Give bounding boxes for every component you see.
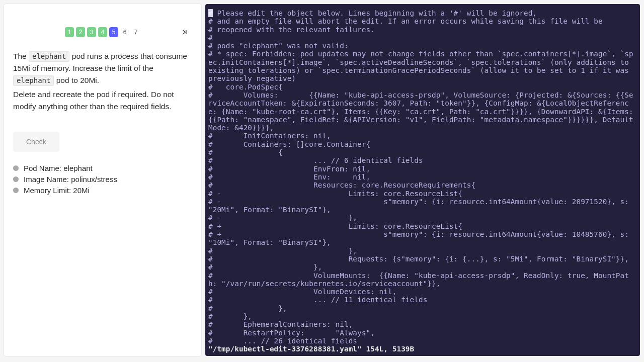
terminal-line: # }, (208, 247, 637, 255)
criteria-list: Pod Name: elephant Image Name: polinux/s… (13, 164, 192, 195)
status-dot-icon (13, 165, 19, 171)
question-panel: 1 2 3 4 5 6 7 The elephant pod runs a pr… (4, 4, 201, 356)
terminal-line: # ... // 11 identical fields (208, 296, 637, 304)
terminal[interactable]: # Please edit the object below. Lines be… (205, 4, 640, 356)
page-6[interactable]: 6 (120, 27, 129, 37)
terminal-line: # - Limits: core.ResourceList{ (208, 190, 637, 198)
page-5[interactable]: 5 (109, 27, 118, 37)
page-3[interactable]: 3 (87, 27, 96, 37)
terminal-line: # ... // 6 identical fields (208, 156, 637, 164)
terminal-line: # EphemeralContainers: nil, (208, 320, 637, 328)
page-4[interactable]: 4 (98, 27, 107, 37)
skip-end-icon[interactable] (179, 27, 190, 38)
criteria-label: Image Name: polinux/stress (24, 175, 117, 184)
terminal-line: # { (208, 148, 637, 156)
page-1[interactable]: 1 (65, 27, 74, 37)
terminal-line: # ... // 26 identical fields (208, 337, 637, 345)
text: The (13, 52, 29, 60)
terminal-line: # Volumes: {{Name: "kube-api-access-prsd… (208, 91, 637, 132)
terminal-content: # Please edit the object below. Lines be… (208, 9, 637, 353)
terminal-line: # * spec: Forbidden: pod updates may not… (208, 50, 637, 82)
terminal-line: # and an empty file will abort the edit.… (208, 17, 637, 25)
check-button[interactable]: Check (13, 132, 59, 152)
terminal-line: # - s"memory": {i: resource.int64Amount{… (208, 198, 637, 214)
terminal-line: # core.PodSpec{ (208, 83, 637, 91)
text: pod to 20Mi. (54, 76, 99, 84)
terminal-line: # - }, (208, 214, 637, 222)
terminal-line: # pods "elephant" was not valid: (208, 42, 637, 50)
list-item: Image Name: polinux/stress (13, 175, 192, 184)
terminal-line: # Containers: []core.Container{ (208, 140, 637, 148)
list-item: Memory Limit: 20Mi (13, 186, 192, 195)
terminal-line: # }, (208, 304, 637, 312)
terminal-line: # EnvFrom: nil, (208, 165, 637, 173)
instructions-paragraph-1: The elephant pod runs a process that con… (13, 50, 192, 86)
terminal-line: # + s"memory": {i: resource.int64Amount{… (208, 230, 637, 247)
code-elephant-1: elephant (29, 51, 69, 62)
terminal-line: # InitContainers: nil, (208, 132, 637, 140)
terminal-line: # (208, 34, 637, 42)
list-item: Pod Name: elephant (13, 164, 192, 172)
page-7[interactable]: 7 (131, 27, 140, 37)
terminal-line: # + Limits: core.ResourceList{ (208, 222, 637, 230)
criteria-label: Pod Name: elephant (24, 164, 93, 172)
terminal-cursor (208, 9, 213, 17)
pagination: 1 2 3 4 5 6 7 (13, 27, 192, 37)
page-root: 1 2 3 4 5 6 7 The elephant pod runs a pr… (0, 0, 644, 362)
instructions-paragraph-2: Delete and recreate the pod if required.… (13, 88, 192, 113)
terminal-line: # }, (208, 312, 637, 320)
terminal-line: # VolumeMounts: {{Name: "kube-api-access… (208, 272, 637, 288)
terminal-line: # Resources: core.ResourceRequirements{ (208, 181, 637, 189)
terminal-line: # reopened with the relevant failures. (208, 26, 637, 34)
terminal-line: # VolumeDevices: nil, (208, 288, 637, 296)
terminal-status-line: "/tmp/kubectl-edit-3376288381.yaml" 154L… (208, 345, 637, 353)
status-dot-icon (13, 188, 19, 193)
terminal-line: # }, (208, 263, 637, 271)
terminal-line: # Env: nil, (208, 173, 637, 181)
status-dot-icon (13, 176, 19, 182)
instructions: The elephant pod runs a process that con… (13, 50, 192, 113)
terminal-line: # RestartPolicy: "Always", (208, 329, 637, 337)
page-2[interactable]: 2 (76, 27, 85, 37)
terminal-line: # Requests: {s"memory": {i: {...}, s: "5… (208, 255, 637, 263)
terminal-line: # Please edit the object below. Lines be… (208, 9, 637, 17)
criteria-label: Memory Limit: 20Mi (24, 186, 90, 195)
code-elephant-2: elephant (13, 75, 54, 86)
